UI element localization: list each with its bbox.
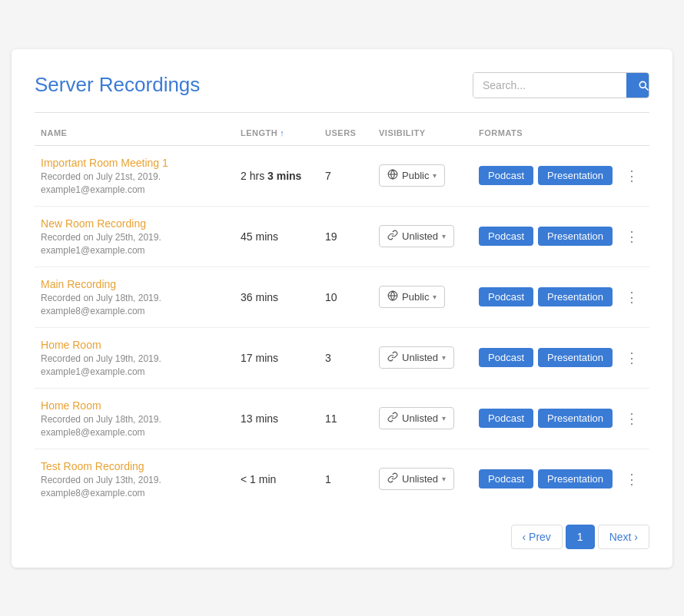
- rec-length: 17 mins: [241, 352, 325, 364]
- table-header: NAME LENGTH ↑ USERS VISIBILITY FORMATS: [35, 121, 649, 146]
- rec-date: Recorded on July 18th, 2019.: [41, 414, 241, 425]
- rec-date: Recorded on July 21st, 2019.: [41, 171, 241, 182]
- rec-name[interactable]: Important Room Meeting 1: [41, 157, 241, 169]
- visibility-label: Unlisted: [402, 412, 438, 424]
- visibility-button[interactable]: Unlisted ▾: [379, 407, 454, 429]
- rec-email: example8@example.com: [41, 488, 241, 498]
- format-podcast-button[interactable]: Podcast: [479, 227, 533, 246]
- format-presentation-button[interactable]: Presentation: [538, 166, 613, 185]
- format-podcast-button[interactable]: Podcast: [479, 409, 533, 428]
- rec-name[interactable]: Home Room: [41, 339, 241, 351]
- visibility-button[interactable]: Unlisted ▾: [379, 225, 454, 247]
- more-options-button[interactable]: ⋮: [620, 287, 643, 307]
- globe-icon: [387, 169, 398, 182]
- col-formats: FORMATS: [479, 128, 643, 137]
- visibility-label: Unlisted: [402, 473, 438, 485]
- link-icon: [387, 412, 398, 425]
- table-row: Home Room Recorded on July 19th, 2019. e…: [35, 328, 649, 389]
- format-presentation-button[interactable]: Presentation: [538, 227, 613, 246]
- format-podcast-button[interactable]: Podcast: [479, 166, 533, 185]
- rec-visibility-cell: Unlisted ▾: [379, 225, 479, 247]
- rec-formats-cell: PodcastPresentation ⋮: [479, 348, 643, 368]
- chevron-down-icon: ▾: [442, 232, 446, 240]
- visibility-label: Unlisted: [402, 352, 438, 363]
- page-1-button[interactable]: 1: [566, 525, 595, 549]
- format-presentation-button[interactable]: Presentation: [538, 469, 613, 488]
- rec-date: Recorded on July 13th, 2019.: [41, 475, 241, 485]
- rec-name[interactable]: Test Room Recording: [41, 460, 241, 472]
- col-length[interactable]: LENGTH ↑: [241, 128, 325, 137]
- rec-visibility-cell: Unlisted ▾: [379, 346, 479, 369]
- rec-name-cell: Important Room Meeting 1 Recorded on Jul…: [41, 157, 241, 195]
- more-options-button[interactable]: ⋮: [620, 227, 643, 247]
- search-input[interactable]: [473, 73, 626, 98]
- rec-email: example1@example.com: [41, 184, 241, 195]
- visibility-button[interactable]: Public ▾: [379, 164, 445, 187]
- rec-visibility-cell: Public ▾: [379, 286, 479, 308]
- rec-formats-cell: PodcastPresentation ⋮: [479, 166, 643, 186]
- table-row: Test Room Recording Recorded on July 13t…: [35, 449, 649, 509]
- format-podcast-button[interactable]: Podcast: [479, 348, 533, 367]
- format-podcast-button[interactable]: Podcast: [479, 287, 533, 306]
- visibility-button[interactable]: Unlisted ▾: [379, 468, 454, 490]
- rec-length: 45 mins: [241, 230, 325, 243]
- rec-name[interactable]: New Room Recording: [41, 217, 241, 230]
- rec-name[interactable]: Home Room: [41, 399, 241, 412]
- rec-length: 2 hrs 3 mins: [241, 170, 325, 182]
- link-icon: [387, 472, 398, 485]
- chevron-down-icon: ▾: [442, 475, 446, 483]
- globe-icon: [387, 290, 398, 303]
- prev-page-button[interactable]: ‹ Prev: [511, 525, 563, 549]
- rec-formats-cell: PodcastPresentation ⋮: [479, 469, 643, 489]
- search-box: [473, 72, 649, 98]
- table-row: Home Room Recorded on July 18th, 2019. e…: [35, 389, 649, 449]
- main-card: Server Recordings NAME LENGTH ↑ USERS VI…: [12, 49, 672, 568]
- rec-formats-cell: PodcastPresentation ⋮: [479, 409, 643, 429]
- rec-email: example1@example.com: [41, 245, 241, 256]
- visibility-label: Public: [402, 170, 429, 181]
- rec-name-cell: Home Room Recorded on July 19th, 2019. e…: [41, 339, 241, 377]
- rec-date: Recorded on July 18th, 2019.: [41, 293, 241, 303]
- rec-users: 3: [325, 352, 379, 364]
- rec-name[interactable]: Main Recording: [41, 278, 241, 290]
- rec-length: < 1 min: [241, 473, 325, 485]
- visibility-button[interactable]: Public ▾: [379, 286, 445, 308]
- rec-email: example8@example.com: [41, 306, 241, 316]
- link-icon: [387, 230, 398, 243]
- more-options-button[interactable]: ⋮: [620, 409, 643, 429]
- rec-email: example1@example.com: [41, 366, 241, 377]
- more-options-button[interactable]: ⋮: [620, 469, 643, 489]
- chevron-down-icon: ▾: [442, 353, 446, 362]
- rec-formats-cell: PodcastPresentation ⋮: [479, 227, 643, 247]
- rec-name-cell: Home Room Recorded on July 18th, 2019. e…: [41, 399, 241, 438]
- search-button[interactable]: [626, 73, 649, 98]
- link-icon: [387, 351, 398, 364]
- rec-formats-cell: PodcastPresentation ⋮: [479, 287, 643, 307]
- format-presentation-button[interactable]: Presentation: [538, 348, 613, 367]
- col-visibility: VISIBILITY: [379, 128, 479, 137]
- rec-users: 10: [325, 291, 379, 303]
- format-presentation-button[interactable]: Presentation: [538, 287, 613, 306]
- col-users: USERS: [325, 128, 379, 137]
- visibility-button[interactable]: Unlisted ▾: [379, 346, 454, 369]
- more-options-button[interactable]: ⋮: [620, 348, 643, 368]
- rec-visibility-cell: Unlisted ▾: [379, 407, 479, 429]
- format-podcast-button[interactable]: Podcast: [479, 469, 533, 488]
- rec-users: 7: [325, 170, 379, 182]
- sort-arrow-length: ↑: [280, 128, 284, 137]
- rec-users: 1: [325, 473, 379, 485]
- rec-length: 36 mins: [241, 291, 325, 303]
- rec-visibility-cell: Public ▾: [379, 164, 479, 187]
- next-page-button[interactable]: Next ›: [598, 525, 649, 549]
- rec-date: Recorded on July 19th, 2019.: [41, 353, 241, 364]
- page-title: Server Recordings: [35, 73, 200, 97]
- page-header: Server Recordings: [35, 72, 649, 98]
- rec-visibility-cell: Unlisted ▾: [379, 468, 479, 490]
- rec-name-cell: Main Recording Recorded on July 18th, 20…: [41, 278, 241, 316]
- table-row: New Room Recording Recorded on July 25th…: [35, 207, 649, 267]
- more-options-button[interactable]: ⋮: [620, 166, 643, 186]
- format-presentation-button[interactable]: Presentation: [538, 409, 613, 428]
- chevron-down-icon: ▾: [433, 171, 437, 180]
- rec-users: 19: [325, 230, 379, 243]
- table-body: Important Room Meeting 1 Recorded on Jul…: [35, 146, 649, 509]
